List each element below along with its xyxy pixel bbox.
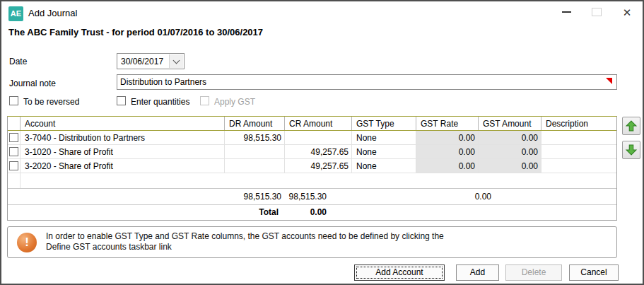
cell-gst-rate: 0.00 [416, 131, 479, 144]
header-checkbox-column [8, 117, 21, 130]
warning-line-1: In order to enable GST Type and GST Rate… [46, 231, 444, 242]
warning-icon: ! [17, 233, 37, 252]
add-account-button[interactable]: Add Account [354, 264, 445, 281]
app-logo-icon: AE [8, 6, 23, 21]
total-value: 0.00 [310, 207, 327, 217]
cell-gst-rate: 0.00 [416, 159, 479, 173]
cell-description[interactable] [541, 145, 616, 158]
cr-total: 98,515.30 [289, 192, 327, 202]
enter-quantities-label: Enter quantities [131, 97, 189, 107]
header-gst-type: GST Type [352, 117, 416, 130]
maximize-button [585, 1, 609, 23]
close-icon: ✕ [623, 7, 632, 18]
cell-gst-amount: 0.00 [479, 131, 541, 144]
cell-account[interactable]: 3-7040 - Distribution to Partners [21, 131, 225, 144]
cell-cr-amount[interactable] [285, 131, 352, 144]
move-row-down-button[interactable] [622, 141, 640, 159]
cell-dr-amount[interactable]: 98,515.30 [225, 131, 285, 144]
date-label: Date [9, 57, 27, 66]
table-row: 3-2020 - Share of Profit 49,257.65 None … [8, 159, 616, 173]
cell-gst-type: None [352, 145, 416, 158]
apply-gst-label: Apply GST [214, 97, 255, 107]
add-button[interactable]: Add [456, 264, 499, 281]
grid-header-row: Account DR Amount CR Amount GST Type GST… [8, 117, 616, 131]
to-be-reversed-checkbox[interactable] [9, 96, 18, 105]
close-button[interactable]: ✕ [615, 1, 639, 23]
warning-text: In order to enable GST Type and GST Rate… [46, 231, 444, 252]
grand-total-row: Total 0.00 [8, 205, 616, 220]
header-account: Account [21, 117, 225, 130]
required-flag-icon [606, 78, 612, 84]
delete-button: Delete [505, 264, 562, 281]
cell-gst-amount: 0.00 [479, 145, 541, 158]
date-dropdown-button[interactable] [169, 54, 183, 68]
row-checkbox[interactable] [9, 147, 18, 156]
minimize-button[interactable] [554, 1, 578, 23]
period-heading: The ABC Family Trust - for period 01/07/… [8, 27, 263, 37]
empty-grid-area [8, 173, 616, 188]
cancel-button[interactable]: Cancel [569, 264, 619, 281]
window-title: Add Journal [28, 8, 77, 18]
date-combobox[interactable]: 30/06/2017 [117, 53, 185, 69]
header-cr-amount: CR Amount [285, 117, 352, 130]
dr-total: 98,515.30 [244, 192, 281, 202]
cell-gst-type: None [352, 159, 416, 173]
cell-gst-amount: 0.00 [479, 159, 541, 173]
row-checkbox[interactable] [9, 133, 18, 142]
warning-line-2: Define GST accounts taskbar link [46, 242, 444, 252]
header-dr-amount: DR Amount [225, 117, 285, 130]
chevron-down-icon [173, 57, 180, 64]
journal-grid: Account DR Amount CR Amount GST Type GST… [7, 116, 617, 221]
move-row-up-button[interactable] [622, 117, 640, 135]
cell-description[interactable] [541, 159, 616, 173]
cell-cr-amount[interactable]: 49,257.65 [285, 159, 352, 173]
enter-quantities-checkbox[interactable] [117, 96, 126, 105]
cell-dr-amount[interactable] [225, 159, 285, 173]
add-journal-dialog: AE Add Journal ✕ The ABC Family Trust - … [0, 0, 644, 285]
arrow-up-icon [625, 120, 638, 132]
cell-gst-rate: 0.00 [416, 145, 479, 158]
header-description: Description [541, 117, 616, 130]
cell-description[interactable] [541, 131, 616, 144]
total-label: Total [259, 207, 279, 217]
cell-account[interactable]: 3-1020 - Share of Profit [21, 145, 225, 158]
cell-gst-type: None [352, 131, 416, 144]
gst-warning-panel: ! In order to enable GST Type and GST Ra… [7, 226, 617, 258]
header-gst-rate: GST Rate [416, 117, 479, 130]
table-row: 3-1020 - Share of Profit 49,257.65 None … [8, 145, 616, 159]
cell-dr-amount[interactable] [225, 145, 285, 158]
maximize-icon [592, 8, 602, 16]
column-totals-row: 98,515.30 98,515.30 0.00 [8, 189, 616, 204]
arrow-down-icon [625, 144, 638, 156]
table-row: 3-7040 - Distribution to Partners 98,515… [8, 131, 616, 145]
row-checkbox[interactable] [9, 161, 18, 170]
header-gst-amount: GST Amount [479, 117, 541, 130]
gst-total: 0.00 [475, 192, 491, 202]
to-be-reversed-label: To be reversed [23, 97, 79, 107]
minimize-icon [562, 11, 571, 13]
journal-note-label: Journal note [9, 78, 56, 88]
journal-note-input[interactable] [117, 74, 617, 90]
cell-account[interactable]: 3-2020 - Share of Profit [21, 159, 225, 173]
date-value: 30/06/2017 [121, 57, 163, 66]
apply-gst-checkbox [200, 96, 209, 105]
cell-cr-amount[interactable]: 49,257.65 [285, 145, 352, 158]
